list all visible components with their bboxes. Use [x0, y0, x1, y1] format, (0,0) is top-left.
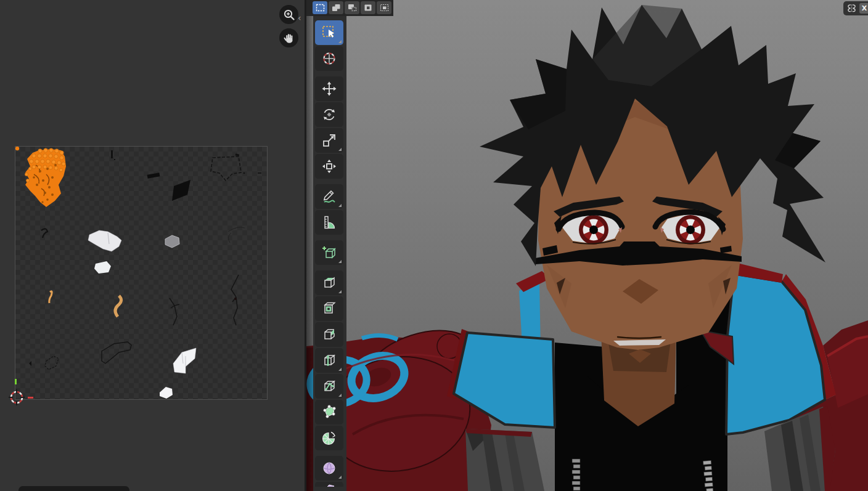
select-mode-extend[interactable] [329, 1, 343, 14]
pan-hand-icon [282, 31, 296, 45]
toolbar-tool-add-cube[interactable] [315, 240, 343, 265]
edge-slide-icon [321, 482, 337, 487]
zoom-in-button[interactable] [279, 5, 298, 24]
add-cube-icon [321, 245, 337, 261]
uv-island-specks[interactable] [111, 150, 261, 174]
toolbar-tool-spin[interactable] [315, 426, 343, 450]
jacket-right [726, 262, 868, 491]
uv-island-blob-white[interactable] [94, 261, 111, 274]
uv-island-branch-2[interactable] [231, 275, 239, 325]
select-extend-icon [332, 4, 341, 12]
uv-island-hex-white[interactable] [160, 387, 173, 399]
extrude-region-icon [321, 275, 337, 291]
uv-island-collar-outline[interactable] [211, 156, 241, 181]
select-set-icon [316, 4, 325, 12]
select-intersect-icon [380, 4, 389, 12]
uv-axis-tick-x [28, 397, 33, 399]
uv-2d-cursor[interactable] [8, 389, 25, 406]
toolbar-tool-smooth[interactable] [315, 456, 343, 481]
uv-island-visor[interactable] [165, 235, 179, 248]
move-icon [321, 81, 337, 97]
uv-canvas[interactable] [15, 147, 267, 399]
uv-island-small-outline[interactable] [29, 356, 59, 370]
uv-island-bar[interactable] [147, 172, 160, 178]
select-mode-intersect[interactable] [377, 1, 391, 14]
select-mode-set[interactable] [313, 1, 327, 14]
rotate-icon [321, 107, 337, 123]
viewport-3d[interactable]: X [306, 0, 868, 491]
toolbar-tool-edge-slide[interactable] [315, 482, 343, 487]
toolbar-tool-tweak-select-box[interactable] [315, 20, 343, 45]
transform-icon [321, 158, 337, 174]
toolbar-tool-transform[interactable] [315, 154, 343, 179]
uv-image-editor[interactable]: ‹ [0, 0, 306, 491]
inset-faces-icon [321, 301, 337, 317]
select-subtract-icon [348, 4, 357, 12]
toolbar-tool-cursor[interactable] [315, 46, 343, 71]
loop-cut-icon [321, 352, 337, 368]
scale-icon [321, 132, 337, 148]
spin-icon [321, 430, 337, 446]
uv-island-ribbon-white[interactable] [173, 348, 196, 373]
knife-icon [321, 378, 337, 394]
toolbar [313, 16, 346, 491]
cursor-icon [321, 51, 337, 67]
collapsed-panel[interactable] [18, 486, 129, 491]
select-mode-invert[interactable] [361, 1, 375, 14]
uv-corner-vertex[interactable] [15, 147, 19, 150]
measure-icon [321, 214, 337, 230]
uv-island-eyebrow-2[interactable] [115, 296, 121, 317]
blender-window: ‹ [0, 0, 868, 491]
mirror-axis-x-toggle[interactable]: X [859, 3, 868, 14]
toolbar-tool-knife[interactable] [315, 374, 343, 399]
uv-island-parallelogram[interactable] [172, 180, 190, 201]
poly-build-icon [321, 404, 337, 420]
pan-hand-button[interactable] [279, 28, 298, 47]
butterfly-symmetry-icon[interactable] [846, 4, 857, 13]
toolbar-tool-extrude-region[interactable] [315, 270, 343, 295]
uv-island-face-selected[interactable] [25, 148, 66, 207]
zoom-in-icon [282, 8, 296, 22]
uv-island-branch-1[interactable] [170, 298, 179, 325]
toolbar-tool-move[interactable] [315, 76, 343, 101]
toolbar-tool-bevel[interactable] [315, 322, 343, 347]
collapse-region-arrow[interactable]: ‹ [298, 14, 301, 22]
uv-island-boot-white[interactable] [88, 230, 121, 251]
toolbar-tool-inset-faces[interactable] [315, 296, 343, 321]
toolbar-tool-loop-cut[interactable] [315, 348, 343, 373]
select-mode-subtract[interactable] [345, 1, 359, 14]
uv-island-boot-outline[interactable] [102, 342, 131, 363]
toolbar-tool-measure[interactable] [315, 210, 343, 235]
select-invert-icon [364, 4, 373, 12]
scene-character [306, 0, 868, 491]
toolbar-tool-scale[interactable] [315, 128, 343, 153]
uv-island-eyebrow-1[interactable] [49, 291, 52, 303]
select-box-icon [321, 25, 337, 41]
toolbar-tool-rotate[interactable] [315, 102, 343, 127]
toolbar-tool-poly-build[interactable] [315, 400, 343, 424]
uv-islands-layer [15, 147, 267, 399]
toolbar-tool-annotate[interactable] [315, 184, 343, 209]
annotate-icon [321, 189, 337, 205]
bevel-icon [321, 327, 337, 343]
select-mode-bar [313, 1, 391, 14]
smooth-icon [321, 460, 337, 476]
uv-axis-tick-y [15, 379, 17, 384]
uv-island-faint-outline[interactable] [228, 227, 245, 243]
uv-island-curl[interactable] [41, 229, 47, 238]
mirror-options: X [843, 1, 868, 15]
